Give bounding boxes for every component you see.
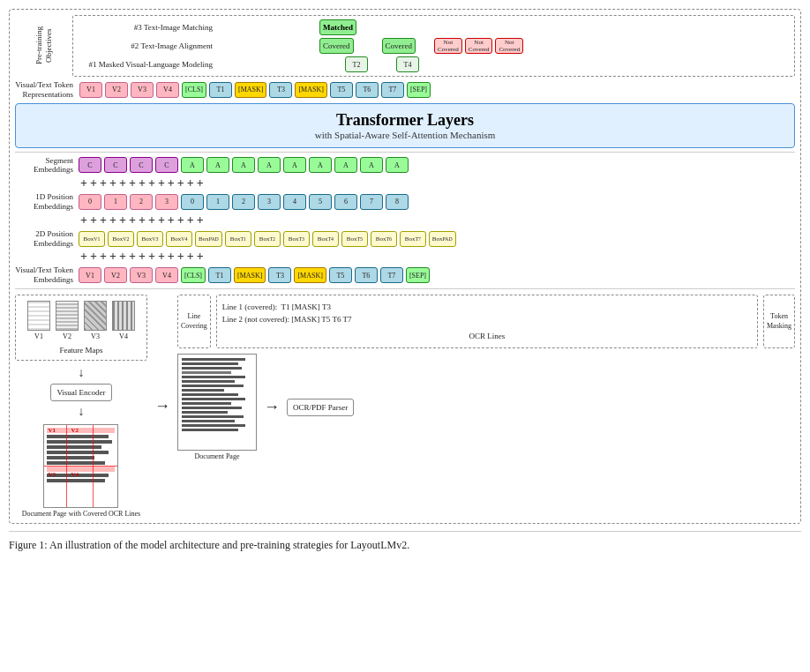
doc-page2-label: Document Page (195, 452, 240, 460)
v3-top: V3 (131, 82, 154, 98)
seg-c3: C (130, 157, 153, 173)
seg-a1: A (181, 157, 204, 173)
visual-encoder-box: Visual Encoder (50, 384, 111, 401)
sep-top: [SEP] (407, 82, 431, 98)
obj3-label: #3 Text-Image Matching (77, 23, 218, 32)
bottom-section: V1 V2 V3 V4 Feature Maps (15, 288, 795, 518)
arrow-between-docs: → (154, 295, 170, 518)
figure-caption: Figure 1: An illustration of the model a… (9, 531, 801, 553)
pos1d-1t: 1 (206, 194, 229, 210)
seg-emb-label: SegmentEmbeddings (15, 156, 77, 175)
objectives-label: Pre-training Objectives (15, 15, 72, 77)
seg-c1: C (79, 157, 101, 173)
fm-v3-label: V3 (91, 332, 100, 340)
pos1d-2v: 2 (130, 194, 153, 210)
mask2-top: [MASK] (295, 82, 326, 98)
vte-t5: T5 (329, 267, 352, 283)
covered-box-1: Covered (319, 38, 354, 54)
obj1-row: #1 Masked Visual-Language Modeling T2 T4 (77, 56, 791, 72)
seg-a2: A (206, 157, 229, 173)
doc-page-covered-section: V1 V2 V3 V4 Document Page with Covered O… (22, 424, 140, 518)
seg-a6: A (309, 157, 332, 173)
not-covered-3: NotCovered (495, 38, 523, 54)
vt-token-row: Visual/Text TokenRepresentations V1 V2 V… (15, 80, 795, 100)
t1-top: T1 (209, 82, 232, 98)
vte-v1: V1 (79, 267, 101, 283)
t5-top: T5 (330, 82, 353, 98)
box-t2: BoxT2 (254, 231, 281, 247)
obj1-label: #1 Masked Visual-Language Modeling (77, 60, 218, 69)
doc-parser-section: Document Page → OCR/PDF Parser (177, 354, 795, 460)
seg-c2: C (104, 157, 127, 173)
seg-a8: A (360, 157, 383, 173)
vt-token-label: Visual/Text TokenRepresentations (15, 80, 77, 100)
vte-t3: T3 (268, 267, 291, 283)
ocr-info-section: Line Covering Line 1 (covered): T1 [MASK… (177, 295, 795, 348)
transformer-sub: with Spatial-Aware Self-Attention Mechan… (19, 130, 791, 140)
plus-row-3: ++++ ++++ ++++ + (80, 250, 795, 264)
seg-a7: A (334, 157, 357, 173)
box-v3: BoxV3 (137, 231, 163, 247)
pos1d-1v: 1 (104, 194, 127, 210)
plus-row-1: ++++ ++++ ++++ + (80, 176, 795, 190)
right-content: Line Covering Line 1 (covered): T1 [MASK… (177, 295, 795, 518)
fm-images: V1 V2 V3 V4 (27, 301, 135, 340)
vte-v4: V4 (155, 267, 178, 283)
vte-t1: T1 (208, 267, 231, 283)
line-covering-label: Line Covering (177, 295, 211, 348)
box-t4: BoxT4 (312, 231, 339, 247)
pos1d-0v: 0 (79, 194, 101, 210)
seg-c4: C (155, 157, 178, 173)
transformer-block: Transformer Layers with Spatial-Aware Se… (15, 103, 795, 148)
pos1d-7t: 7 (360, 194, 383, 210)
pos1d-4t: 4 (283, 194, 306, 210)
top-tokens: V1 V2 V3 V4 [CLS] T1 [MASK] T3 [MASK] T5… (79, 82, 431, 98)
pos1d-3v: 3 (155, 194, 178, 210)
vte-mask1: [MASK] (234, 267, 266, 283)
ocr-lines-title: OCR Lines (222, 330, 752, 342)
feature-maps-title: Feature Maps (59, 346, 102, 355)
pos1d-row: 1D PositionEmbeddings 0 1 2 3 0 1 2 3 4 … (15, 192, 795, 212)
vte-tokens: V1 V2 V3 V4 [CLS] T1 [MASK] T3 [MASK] T5… (79, 267, 430, 283)
box-pad1: BoxPAD (195, 231, 222, 247)
cls-top: [CLS] (182, 82, 206, 98)
pos2d-tokens: BoxV1 BoxV2 BoxV3 BoxV4 BoxPAD BoxT1 Box… (79, 231, 456, 247)
main-diagram: Pre-training Objectives #3 Text-Image Ma… (9, 9, 801, 524)
doc-page-covered-label: Document Page with Covered OCR Lines (22, 510, 140, 518)
box-v2: BoxV2 (108, 231, 134, 247)
doc-page-plain-section: Document Page (177, 354, 257, 460)
pos1d-8t: 8 (386, 194, 409, 210)
vte-sep: [SEP] (406, 267, 430, 283)
v4-top: V4 (156, 82, 179, 98)
v1-top: V1 (79, 82, 102, 98)
fm-v1-label: V1 (34, 332, 43, 340)
embeddings-section: SegmentEmbeddings C C C C A A A A A A A … (15, 152, 795, 285)
obj2-row: #2 Text-Image Alignment Covered Covered … (77, 38, 791, 54)
vte-t6: T6 (355, 267, 378, 283)
ocr-lines-box: Line 1 (covered): T1 [MASK] T3 Line 2 (n… (216, 295, 758, 348)
line1-covered: Line 1 (covered): T1 [MASK] T3 (222, 301, 752, 313)
token-masking-label: Token Masking (763, 295, 795, 348)
vte-t7: T7 (380, 267, 403, 283)
pos1d-0t: 0 (181, 194, 204, 210)
box-t3: BoxT3 (283, 231, 310, 247)
t2-box: T2 (345, 56, 368, 72)
box-t7: BoxT7 (400, 231, 426, 247)
vte-label: Visual/Text TokenEmbeddings (15, 265, 77, 285)
seg-a4: A (258, 157, 281, 173)
box-pad2: BoxPAD (429, 231, 456, 247)
seg-tokens: C C C C A A A A A A A A A (79, 157, 409, 173)
box-t1: BoxT1 (225, 231, 251, 247)
doc-page-covered: V1 V2 V3 V4 (43, 424, 118, 508)
box-v1: BoxV1 (79, 231, 105, 247)
matched-box: Matched (319, 19, 356, 35)
vte-v3: V3 (130, 267, 153, 283)
vte-cls: [CLS] (181, 267, 206, 283)
pos1d-3t: 3 (258, 194, 281, 210)
box-v4: BoxV4 (166, 231, 192, 247)
box-t5: BoxT5 (341, 231, 368, 247)
visual-encoder-flow: ↓ Visual Encoder ↓ (50, 366, 111, 419)
pos2d-row: 2D PositionEmbeddings BoxV1 BoxV2 BoxV3 … (15, 229, 795, 249)
pos1d-2t: 2 (232, 194, 255, 210)
line-covering-section: Line Covering Line 1 (covered): T1 [MASK… (177, 295, 795, 348)
